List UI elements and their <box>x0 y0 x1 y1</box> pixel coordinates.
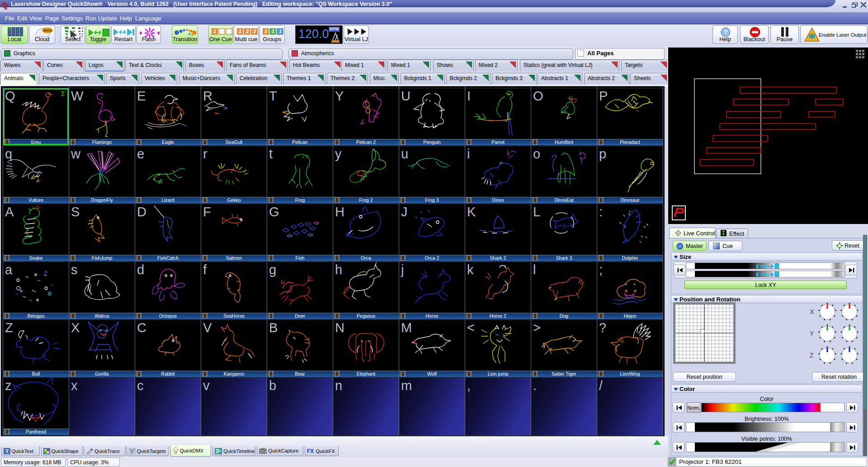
svg-text:beta: beta <box>43 28 52 33</box>
svg-text:1: 1 <box>279 29 282 34</box>
svg-text:1: 1 <box>264 29 267 34</box>
svg-text:1: 1 <box>272 29 274 34</box>
svg-text:1: 1 <box>239 29 241 34</box>
svg-text:?: ? <box>723 28 727 36</box>
svg-text:2: 2 <box>245 29 249 34</box>
svg-text:3: 3 <box>253 29 256 34</box>
svg-text:1: 1 <box>213 29 216 34</box>
svg-text:FX: FX <box>307 448 314 454</box>
svg-text:T: T <box>5 448 9 454</box>
